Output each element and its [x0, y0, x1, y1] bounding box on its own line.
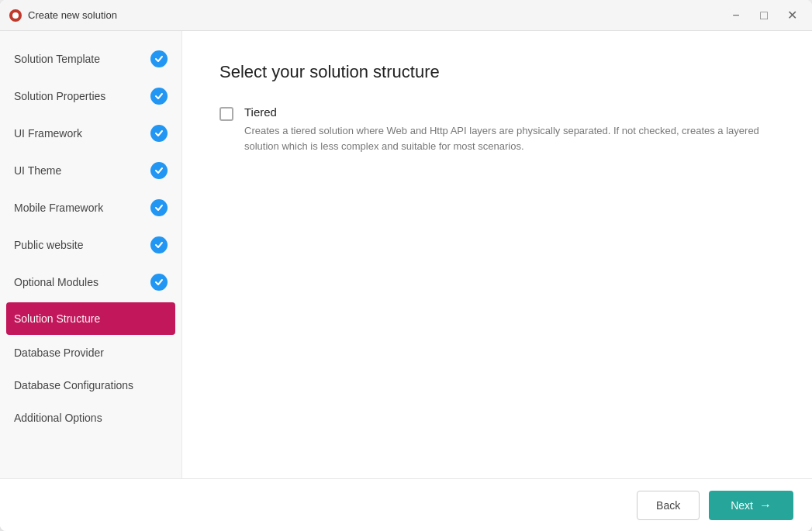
sidebar-item-additional-options[interactable]: Additional Options	[0, 402, 181, 434]
sidebar-item-mobile-framework[interactable]: Mobile Framework	[0, 189, 181, 226]
sidebar-item-solution-structure[interactable]: Solution Structure	[6, 302, 175, 335]
title-bar: Create new solution − □ ✕	[0, 0, 812, 31]
sidebar: Solution Template Solution Properties UI…	[0, 31, 182, 478]
sidebar-item-solution-template[interactable]: Solution Template	[0, 40, 181, 78]
check-icon-solution-properties	[150, 88, 168, 105]
minimize-button[interactable]: −	[725, 5, 747, 26]
svg-point-0	[12, 12, 19, 19]
tiered-checkbox[interactable]	[219, 107, 233, 121]
footer: Back Next →	[0, 478, 812, 531]
main-panel: Select your solution structure Tiered Cr…	[182, 31, 812, 478]
sidebar-item-optional-modules[interactable]: Optional Modules	[0, 264, 181, 301]
page-title: Select your solution structure	[219, 62, 775, 82]
next-arrow-icon: →	[759, 498, 772, 512]
check-icon-mobile-framework	[150, 199, 168, 216]
check-icon-public-website	[150, 236, 168, 253]
window-controls: − □ ✕	[725, 5, 803, 26]
sidebar-item-ui-theme[interactable]: UI Theme	[0, 152, 181, 189]
sidebar-item-solution-properties[interactable]: Solution Properties	[0, 78, 181, 115]
window-title: Create new solution	[28, 9, 719, 21]
tiered-description: Creates a tiered solution where Web and …	[244, 123, 775, 153]
tiered-label: Tiered	[244, 105, 775, 119]
next-label: Next	[731, 499, 753, 512]
next-button[interactable]: Next →	[709, 491, 793, 520]
check-icon-ui-theme	[150, 162, 168, 179]
sidebar-item-public-website[interactable]: Public website	[0, 226, 181, 264]
main-window: Create new solution − □ ✕ Solution Templ…	[0, 0, 812, 531]
back-button[interactable]: Back	[637, 491, 700, 520]
sidebar-item-ui-framework[interactable]: UI Framework	[0, 115, 181, 152]
sidebar-item-database-configurations[interactable]: Database Configurations	[0, 369, 181, 402]
tiered-option-row: Tiered Creates a tiered solution where W…	[219, 105, 775, 153]
sidebar-item-database-provider[interactable]: Database Provider	[0, 336, 181, 369]
content-area: Solution Template Solution Properties UI…	[0, 31, 812, 478]
app-icon	[9, 9, 22, 22]
check-icon-solution-template	[150, 50, 168, 67]
check-icon-ui-framework	[150, 125, 168, 142]
maximize-button[interactable]: □	[753, 5, 775, 26]
check-icon-optional-modules	[150, 274, 168, 291]
close-button[interactable]: ✕	[781, 5, 803, 26]
tiered-option-content: Tiered Creates a tiered solution where W…	[244, 105, 775, 153]
